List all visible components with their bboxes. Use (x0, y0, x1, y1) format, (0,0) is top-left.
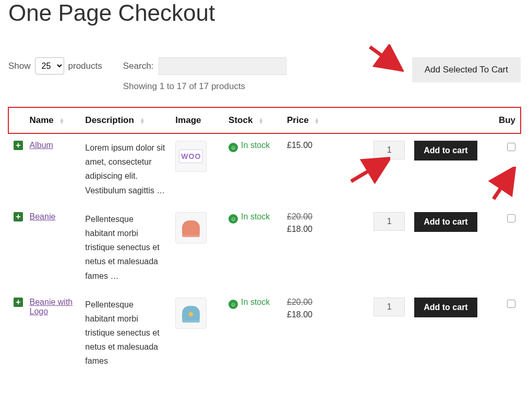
sort-icon: ▲▼ (314, 118, 319, 124)
expand-row-button[interactable]: + (14, 212, 23, 221)
stock-status: In stock (241, 212, 270, 221)
products-table: Name ▲▼ Description ▲▼ Image Stock ▲▼ Pr… (8, 107, 521, 376)
column-header-buy: Buy (489, 107, 521, 133)
sort-icon: ▲▼ (59, 118, 65, 124)
table-header: Name ▲▼ Description ▲▼ Image Stock ▲▼ Pr… (8, 107, 521, 133)
product-image: WOO (175, 141, 207, 172)
expand-row-button[interactable]: + (14, 141, 23, 150)
buy-checkbox[interactable] (507, 143, 515, 151)
buy-checkbox[interactable] (507, 214, 515, 223)
product-name-link[interactable]: Album (30, 141, 53, 150)
in-stock-icon: ☺ (229, 300, 238, 309)
expand-row-button[interactable]: + (14, 298, 23, 307)
results-count-text: Showing 1 to 17 of 17 products (123, 81, 287, 92)
product-name-link[interactable]: Beanie with Logo (30, 298, 73, 316)
add-to-cart-button[interactable]: Add to cart (414, 141, 477, 160)
add-to-cart-button[interactable]: Add to cart (414, 298, 477, 317)
table-row: + Album Lorem ipsum dolor sit amet, cons… (8, 133, 521, 205)
product-thumbnail: WOO (179, 150, 203, 163)
product-name-link[interactable]: Beanie (30, 212, 56, 221)
price-sale: £18.00 (287, 310, 321, 319)
quantity-input[interactable] (374, 212, 405, 231)
column-header-stock[interactable]: Stock ▲▼ (223, 107, 282, 133)
table-row: + Beanie with Logo Pellentesque habitant… (8, 290, 521, 376)
quantity-input[interactable] (374, 141, 405, 159)
add-to-cart-button[interactable]: Add to cart (414, 212, 477, 232)
column-header-price[interactable]: Price ▲▼ (282, 107, 327, 133)
in-stock-icon: ☺ (229, 214, 238, 224)
column-header-description[interactable]: Description ▲▼ (80, 107, 170, 133)
search-input[interactable] (159, 57, 286, 75)
price-original: £20.00 (287, 212, 321, 221)
products-label: products (68, 61, 102, 71)
stock-status: In stock (241, 298, 270, 306)
column-header-name[interactable]: Name ▲▼ (25, 107, 80, 133)
price: £15.00 (287, 141, 312, 150)
stock-status: In stock (241, 141, 270, 150)
quantity-input[interactable] (374, 298, 405, 316)
in-stock-icon: ☺ (229, 143, 238, 152)
price-original: £20.00 (287, 298, 321, 307)
add-selected-to-cart-button[interactable]: Add Selected To Cart (412, 57, 521, 82)
product-description: Lorem ipsum dolor sit amet, consectetur … (80, 133, 170, 205)
table-row: + Beanie Pellentesque habitant morbi tri… (8, 205, 521, 290)
price-sale: £18.00 (287, 225, 321, 234)
product-description: Pellentesque habitant morbi tristique se… (80, 205, 170, 290)
buy-checkbox[interactable] (507, 300, 515, 308)
product-thumbnail (182, 220, 200, 235)
product-description: Pellentesque habitant morbi tristique se… (80, 290, 170, 376)
page-size-select[interactable]: 25 (35, 57, 64, 75)
search-label: Search: (123, 61, 154, 71)
product-image (175, 212, 207, 243)
product-thumbnail (182, 306, 200, 320)
show-label: Show (8, 61, 31, 71)
column-header-image: Image (170, 107, 223, 133)
product-image (175, 298, 207, 329)
sort-icon: ▲▼ (258, 118, 263, 124)
controls-row: Show 25 products Search: Showing 1 to 17… (8, 57, 521, 92)
sort-icon: ▲▼ (140, 118, 145, 124)
page-title: One Page Checkout (8, 0, 521, 26)
